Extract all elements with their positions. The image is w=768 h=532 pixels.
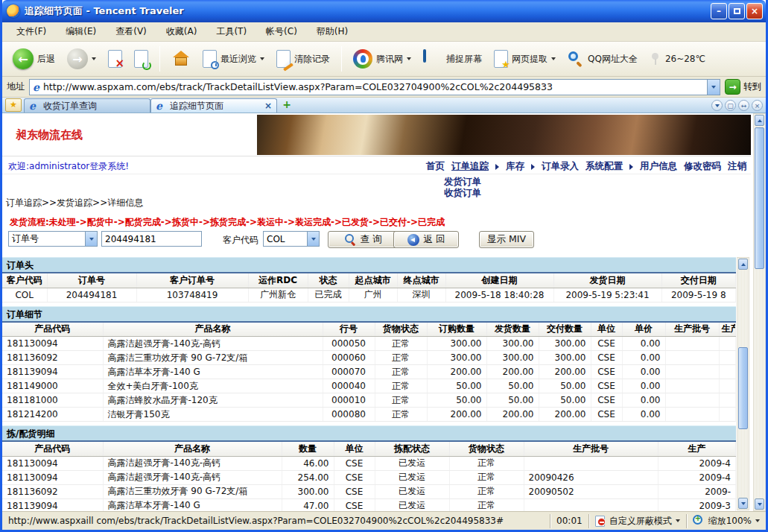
column-header: 客户代码 [2, 273, 47, 288]
forward-button[interactable]: → [63, 45, 101, 72]
refresh-button[interactable] [130, 47, 153, 71]
menu-item-1[interactable]: 编辑(E) [56, 22, 106, 41]
stop-button[interactable]: × [104, 47, 127, 71]
qq-sites-button[interactable]: QQ网址大全 [563, 48, 642, 70]
table-cell: 254.00 [282, 470, 334, 484]
return-button[interactable]: 返 回 [393, 231, 459, 248]
order-tracking-submenu: 发货订单 收货订单 [444, 176, 481, 198]
maximize-button[interactable] [729, 3, 745, 19]
zoom-control[interactable]: 缩放100% [687, 514, 766, 528]
select-dropdown-icon[interactable] [85, 232, 97, 246]
close-tab-button[interactable]: × [752, 100, 763, 111]
menu-item-6[interactable]: 帮助(H) [307, 22, 358, 41]
customer-code-select[interactable]: COL [263, 231, 320, 247]
column-header: 行号 [323, 322, 375, 337]
column-header: 货物状态 [449, 441, 524, 456]
zoom-dropdown-icon[interactable] [755, 519, 760, 522]
subnav-item-receiving-orders[interactable]: 收货订单 [444, 187, 481, 198]
new-tab-button[interactable]: + [280, 99, 293, 112]
table-cell: 高露洁蜂胶水晶牙膏-120克 [103, 393, 323, 408]
scroll-down-button[interactable] [738, 498, 748, 509]
address-input[interactable]: e http://www.aspxam.com/ebs/track/TrackD… [29, 79, 720, 95]
weather-widget[interactable]: 26~28℃ [645, 48, 710, 69]
nav-item-2[interactable]: 库存 [506, 160, 524, 173]
go-button[interactable]: → 转到 [725, 79, 761, 95]
table-cell [719, 365, 736, 379]
return-label: 返 回 [424, 233, 445, 246]
scroll-down-button[interactable] [755, 498, 764, 510]
table-cell: CSE [591, 408, 622, 422]
scrollbar-thumb[interactable] [738, 347, 748, 429]
table-cell: 181181000 [2, 393, 103, 408]
nav-item-6[interactable]: 修改密码 [684, 160, 721, 173]
table-cell: 2009- [658, 484, 736, 498]
outer-scrollbar[interactable] [753, 113, 766, 511]
recent-button[interactable]: 最近浏览 [198, 47, 269, 71]
show-miv-button[interactable]: 显示 MIV [479, 231, 534, 248]
table-cell: 300.00 [539, 351, 591, 365]
nav-item-4[interactable]: 系统配置 [585, 160, 623, 173]
table-cell [524, 498, 658, 511]
stop-icon: × [108, 50, 122, 68]
nav-item-3[interactable]: 订单录入 [542, 160, 579, 173]
scrollbar-thumb[interactable] [755, 127, 764, 269]
web-extract-dropdown-icon[interactable] [551, 57, 556, 60]
block-mode-icon [595, 516, 606, 526]
scroll-up-button[interactable] [738, 259, 748, 270]
web-extract-button[interactable]: ★ 网页提取 [489, 47, 560, 71]
clear-history-button[interactable]: 清除记录 [272, 47, 334, 71]
table-cell: 全效+美白牙膏-100克 [103, 379, 323, 393]
tencent-button[interactable]: 腾讯网 [349, 46, 416, 72]
menu-item-0[interactable]: 文件(F) [7, 22, 56, 41]
table-cell: 2009-5-18 18:40:28 [445, 288, 553, 302]
order-number-input[interactable]: 204494181 [101, 231, 202, 247]
column-header: 生产批号 [524, 441, 658, 456]
table-cell: 300.00 [427, 337, 486, 351]
back-button[interactable]: ← 后退 [8, 45, 60, 72]
inner-scrollbar[interactable] [737, 257, 749, 510]
select-dropdown-icon[interactable] [307, 232, 319, 246]
table-cell: CSE [591, 337, 622, 351]
close-button[interactable]: × [746, 3, 763, 19]
column-header: 拣配状态 [375, 441, 449, 456]
recent-dropdown-icon[interactable] [260, 57, 264, 60]
restore-tabs-button[interactable]: ▢ [725, 100, 736, 111]
capture-screen-button[interactable]: 捕捉屏幕 [419, 48, 486, 70]
scroll-up-button[interactable] [755, 115, 764, 126]
expand-tabs-button[interactable]: ↔ [738, 100, 749, 111]
minimize-button[interactable]: – [711, 3, 727, 19]
back-label: 后退 [37, 53, 55, 66]
forward-dropdown-icon[interactable] [92, 57, 96, 60]
nav-item-5[interactable]: 用户信息 [640, 160, 677, 173]
nav-item-0[interactable]: 首页 [426, 160, 445, 173]
favorites-button[interactable]: ★ [5, 98, 22, 112]
column-header: 发货日期 [553, 273, 661, 288]
main-nav: 首页订单追踪库存订单录入系统配置用户信息修改密码注销 [426, 160, 746, 173]
tab-receiving-order-query[interactable]: e 收货订单查询 [24, 98, 150, 113]
table-cell: 50.00 [486, 379, 539, 393]
go-label: 转到 [743, 80, 761, 93]
table-cell: 200.00 [427, 365, 486, 379]
menu-item-5[interactable]: 帐号(C) [256, 22, 307, 41]
tab-tracking-detail[interactable]: e 追踪细节页面 × [150, 98, 277, 113]
menu-item-2[interactable]: 查看(V) [106, 22, 156, 41]
banner-photo [257, 115, 751, 155]
block-mode-control[interactable]: 自定义屏蔽模式 [589, 514, 687, 528]
tencent-dropdown-icon[interactable] [407, 57, 411, 60]
tab-close-icon[interactable]: × [264, 101, 272, 111]
section-title-order-detail: 订单细节 [2, 306, 736, 321]
query-button[interactable]: 查 询 [328, 231, 399, 248]
menu-item-3[interactable]: 收藏(A) [156, 22, 207, 41]
section-title-picking-detail: 拣/配货明细 [2, 425, 736, 440]
tab-list-chevron-button[interactable] [711, 100, 723, 111]
block-mode-dropdown-icon[interactable] [676, 519, 680, 522]
nav-item-7[interactable]: 注销 [728, 160, 746, 173]
address-dropdown-button[interactable] [707, 80, 720, 95]
subnav-item-shipping-orders[interactable]: 发货订单 [444, 176, 481, 187]
home-button[interactable] [167, 47, 195, 71]
menu-item-4[interactable]: 工具(T) [206, 22, 256, 41]
search-type-select[interactable]: 订单号 [8, 231, 98, 247]
nav-item-1[interactable]: 订单追踪 [451, 160, 489, 173]
address-url[interactable]: http://www.aspxam.com/ebs/track/TrackDet… [43, 81, 707, 92]
table-cell: 高露洁超强牙膏-140克-高钙 [103, 456, 282, 470]
